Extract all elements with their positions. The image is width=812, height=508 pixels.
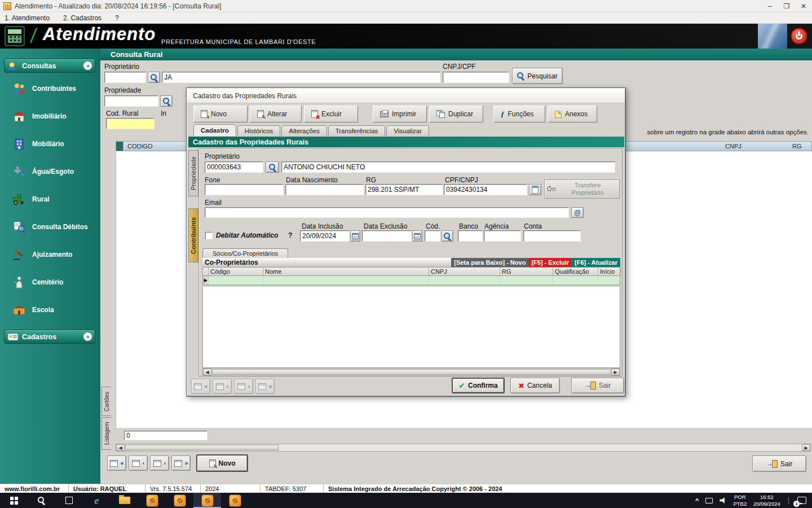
sidebar-item-contribuintes[interactable]: Contribuintes [4, 75, 95, 102]
dlg-proprietario-code-input[interactable] [205, 161, 263, 173]
app-button-1[interactable] [138, 493, 166, 508]
dlg-nav-first-button[interactable]: « [191, 379, 210, 394]
data-inclusao-input[interactable] [300, 230, 350, 242]
tray-expand-chevron[interactable]: ^ [695, 497, 699, 504]
conta-input[interactable] [523, 230, 581, 242]
coprop-grid-scrollbar[interactable]: ◀ ▶ [202, 368, 620, 376]
email-edit-button[interactable]: @ [571, 207, 584, 218]
show-desktop-divider[interactable]: │ [787, 497, 791, 503]
nav-last-button[interactable]: » [171, 456, 191, 471]
toolbar-duplicar-button[interactable]: Duplicar [429, 106, 483, 122]
tab-visualizar[interactable]: Visualizar [386, 125, 429, 136]
menu-atendimento[interactable]: 1. Atendimento [5, 14, 50, 22]
sidebar-item-ajuizamento[interactable]: Ajuizamento [4, 240, 95, 268]
menu-help[interactable]: ? [115, 14, 119, 22]
coprop-grid-selected-row[interactable]: ▶ [202, 276, 620, 286]
novo-button[interactable]: ✎Novo [196, 454, 248, 472]
sidebar-item-consulta-debitos[interactable]: Consulta Débitos [4, 213, 95, 240]
email-input[interactable] [205, 207, 569, 218]
fone-input[interactable] [205, 184, 284, 195]
proprietario-name-input[interactable] [162, 72, 440, 83]
rg-input[interactable] [365, 184, 443, 195]
clock[interactable]: 16:52 20/09/2024 [753, 494, 780, 507]
scroll-right-arrow[interactable]: ▶ [611, 369, 620, 375]
nascimento-input[interactable] [285, 184, 364, 195]
sidebar-item-mobiliario[interactable]: Mobiliário [4, 130, 95, 157]
confirma-button[interactable]: ✔Confirma [452, 378, 505, 393]
app-button-4[interactable] [221, 493, 249, 508]
tab-cartoes[interactable]: Cartões [102, 387, 111, 416]
toolbar-imprimir-button[interactable]: Imprimir [373, 106, 427, 122]
dlg-proprietario-name-input[interactable] [281, 161, 615, 173]
cod-input[interactable] [425, 230, 440, 242]
transfere-proprietario-button[interactable]: Transfere Proprietário [544, 179, 620, 199]
dlg-nav-next-button[interactable]: › [234, 379, 253, 394]
language-indicator[interactable]: POR PTB2 [733, 494, 747, 507]
side-tab-contribuinte[interactable]: Contribuinte [188, 208, 198, 262]
agencia-input[interactable] [484, 230, 521, 242]
cpf-print-button[interactable] [529, 184, 541, 195]
dialog-sair-button[interactable]: →Sair [571, 378, 624, 393]
toolbar-alterar-button[interactable]: ✎Alterar [250, 106, 302, 122]
scroll-left-arrow[interactable]: ◀ [203, 369, 211, 375]
proprietario-code-input[interactable] [104, 72, 146, 83]
sidebar-item-rural[interactable]: Rural [4, 185, 95, 213]
dlg-proprietario-search-button[interactable] [266, 161, 279, 173]
data-inclusao-calendar-button[interactable] [350, 230, 360, 242]
cod-search-button[interactable] [442, 230, 453, 242]
data-exclusao-calendar-button[interactable] [412, 230, 422, 242]
sidebar-item-imobiliario[interactable]: Imobiliário [4, 102, 95, 130]
horizontal-scrollbar[interactable]: ◀ ▶ [116, 444, 811, 452]
task-view-button[interactable] [55, 493, 83, 508]
minimize-button[interactable]: – [761, 0, 778, 12]
sidebar-item-cemiterio[interactable]: Cemitério [4, 268, 95, 296]
app-button-3-active[interactable] [193, 493, 221, 508]
network-icon[interactable] [705, 498, 713, 503]
scroll-left-arrow[interactable]: ◀ [116, 444, 125, 451]
sair-button[interactable]: →Sair [752, 456, 806, 472]
toolbar-anexos-button[interactable]: Anexos [548, 106, 597, 122]
volume-icon[interactable] [720, 497, 726, 504]
maximize-button[interactable]: ❐ [778, 0, 795, 12]
cod-rural-input[interactable] [106, 118, 155, 129]
sidebar-group-cadastros[interactable]: Cadastros « [4, 330, 95, 344]
side-tab-propriedade[interactable]: Propriedade [188, 150, 198, 196]
cpf-cnpj-input[interactable] [444, 184, 527, 195]
scrollbar-thumb[interactable] [212, 369, 611, 375]
collapse-consultas-button[interactable]: « [83, 62, 92, 70]
coprop-grid-body[interactable] [202, 287, 620, 368]
nav-first-button[interactable]: « [107, 456, 126, 471]
tab-socios-coproprietarios[interactable]: Sócios/Co-Proprietários [202, 248, 288, 258]
scroll-right-arrow[interactable]: ▶ [802, 444, 810, 451]
toolbar-excluir-button[interactable]: ✖Excluir [304, 106, 358, 122]
tab-cadastro[interactable]: Cadastro [193, 124, 236, 136]
tab-historicos[interactable]: Históricos [237, 125, 280, 136]
propriedade-input[interactable] [104, 95, 158, 107]
sidebar-item-agua-esgoto[interactable]: Água/Esgoto [4, 157, 95, 185]
dlg-nav-prev-button[interactable]: ‹ [213, 379, 232, 394]
file-explorer-button[interactable] [111, 493, 138, 508]
start-button[interactable] [0, 493, 28, 508]
tab-alteracoes[interactable]: Alterações [281, 125, 326, 136]
action-center-button[interactable]: 1 [797, 497, 806, 504]
pesquisar-button[interactable]: Pesquisar [512, 68, 563, 84]
toolbar-funcoes-button[interactable]: ƒFunções [493, 106, 545, 122]
cancela-button[interactable]: ✖Cancela [510, 378, 560, 393]
banco-input[interactable] [458, 230, 483, 242]
dlg-nav-last-button[interactable]: » [255, 379, 275, 394]
tab-listagem[interactable]: Listagem [102, 417, 111, 450]
debitar-automatico-checkbox[interactable] [205, 232, 213, 239]
tab-transferencias[interactable]: Transferências [328, 125, 386, 136]
edge-browser-button[interactable]: e [83, 493, 111, 508]
propriedade-search-button[interactable] [160, 95, 173, 107]
app-button-2[interactable] [166, 493, 193, 508]
toolbar-novo-button[interactable]: +Novo [193, 106, 248, 122]
nav-next-button[interactable]: › [150, 456, 169, 471]
close-button[interactable]: ✕ [795, 0, 812, 12]
data-exclusao-input[interactable] [362, 230, 412, 242]
proprietario-search-button[interactable] [148, 72, 160, 83]
sidebar-item-escola[interactable]: Escola [4, 296, 95, 323]
cnpj-cpf-input[interactable] [443, 72, 509, 83]
expand-cadastros-button[interactable]: « [83, 332, 92, 341]
record-count-field[interactable] [124, 431, 208, 440]
